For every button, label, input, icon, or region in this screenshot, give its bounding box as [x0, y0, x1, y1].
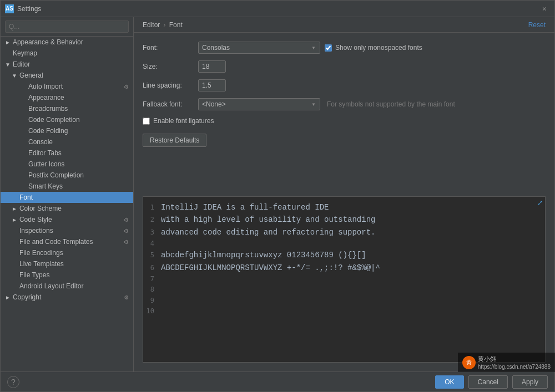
code-line: 4 [143, 238, 545, 249]
font-select[interactable]: ConsolasCourier NewMenloMonacoDejaVu San… [198, 42, 320, 54]
sidebar-item-appearance-behavior[interactable]: ►Appearance & Behavior [1, 37, 133, 48]
sidebar-item-label: Copyright [13, 293, 41, 301]
content-area: Editor › Font Reset Font: ConsolasCourie… [134, 17, 554, 371]
badge-icon: ⚙ [124, 84, 129, 90]
badge-icon: ⚙ [124, 217, 129, 223]
sidebar-item-label: Keymap [13, 49, 37, 57]
ok-button[interactable]: OK [435, 375, 463, 389]
sidebar-item-console[interactable]: Console [1, 136, 133, 147]
sidebar-item-code-style[interactable]: ►Code Style⚙ [1, 214, 133, 225]
sidebar-item-file-and-code-templates[interactable]: File and Code Templates⚙ [1, 236, 133, 247]
fallback-select[interactable]: <None> [198, 98, 320, 110]
line-number: 7 [143, 274, 161, 284]
line-number: 1 [143, 202, 161, 213]
sidebar-item-label: General [19, 72, 43, 79]
line-number: 5 [143, 250, 161, 261]
breadcrumb-separator: › [163, 21, 165, 29]
line-content: abcdefghijklmnopqrstuvwxyz 0123456789 ()… [161, 249, 366, 261]
sidebar-item-general[interactable]: ▼General [1, 70, 133, 81]
sidebar-item-copyright[interactable]: ►Copyright⚙ [1, 292, 133, 303]
line-content: advanced code editing and refactoring su… [161, 226, 375, 238]
sidebar: ►Appearance & BehaviorKeymap▼Editor▼Gene… [1, 17, 134, 371]
apply-button[interactable]: Apply [512, 375, 548, 389]
size-label: Size: [143, 63, 198, 70]
watermark-icon: 黄 [462, 356, 476, 369]
sidebar-item-label: Code Folding [28, 127, 68, 135]
sidebar-item-color-scheme[interactable]: ►Color Scheme [1, 203, 133, 214]
line-number: 3 [143, 227, 161, 238]
code-line: 1IntelliJ IDEA is a full-featured IDE [143, 201, 545, 213]
font-label: Font: [143, 44, 198, 52]
breadcrumb-current: Font [169, 21, 183, 29]
restore-defaults-button[interactable]: Restore Defaults [143, 134, 206, 147]
sidebar-item-code-completion[interactable]: Code Completion [1, 114, 133, 125]
tree-arrow: ▼ [12, 73, 17, 79]
reset-link[interactable]: Reset [528, 21, 546, 29]
sidebar-item-file-types[interactable]: File Types [1, 269, 133, 281]
line-number: 10 [143, 306, 161, 317]
line-content: with a high level of usability and outst… [161, 213, 375, 226]
line-spacing-label: Line spacing: [143, 82, 198, 89]
sidebar-item-label: File and Code Templates [19, 238, 93, 246]
sidebar-item-inspections[interactable]: Inspections⚙ [1, 225, 133, 236]
font-dropdown-wrapper: ConsolasCourier NewMenloMonacoDejaVu San… [198, 42, 320, 54]
fallback-hint: For symbols not supported by the main fo… [327, 100, 455, 108]
breadcrumb-bar: Editor › Font Reset [134, 17, 554, 33]
sidebar-item-appearance[interactable]: Appearance [1, 92, 133, 103]
code-line: 6ABCDEFGHIJKLMNOPQRSTUVWXYZ +-*/= .,;:!?… [143, 262, 545, 274]
sidebar-item-editor[interactable]: ▼Editor [1, 59, 133, 70]
sidebar-item-live-templates[interactable]: Live Templates [1, 258, 133, 269]
ligatures-row: Enable font ligatures [143, 117, 546, 125]
tree-arrow: ► [12, 206, 17, 212]
sidebar-item-code-folding[interactable]: Code Folding [1, 125, 133, 136]
fallback-label: Fallback font: [143, 100, 198, 108]
fallback-dropdown-wrapper: <None> [198, 98, 320, 110]
settings-panel: Font: ConsolasCourier NewMenloMonacoDeja… [134, 33, 554, 196]
ligatures-checkbox[interactable] [143, 118, 150, 125]
code-line: 2with a high level of usability and outs… [143, 213, 545, 226]
sidebar-item-label: Android Layout Editor [19, 282, 83, 290]
code-preview: 1IntelliJ IDEA is a full-featured IDE2wi… [143, 197, 545, 321]
sidebar-item-breadcrumbs[interactable]: Breadcrumbs [1, 103, 133, 114]
sidebar-item-gutter-icons[interactable]: Gutter Icons [1, 159, 133, 170]
sidebar-item-postfix-completion[interactable]: Postfix Completion [1, 170, 133, 181]
code-line: 3advanced code editing and refactoring s… [143, 226, 545, 238]
line-number: 6 [143, 263, 161, 273]
badge-icon: ⚙ [124, 228, 129, 234]
sidebar-item-label: Live Templates [19, 260, 64, 268]
sidebar-item-smart-keys[interactable]: Smart Keys [1, 181, 133, 192]
sidebar-item-label: Appearance [28, 94, 64, 101]
expand-icon[interactable]: ⤢ [537, 199, 543, 207]
code-line: 5abcdefghijklmnopqrstuvwxyz 0123456789 (… [143, 249, 545, 261]
sidebar-item-label: File Types [19, 271, 49, 279]
sidebar-item-font[interactable]: Font [1, 192, 133, 203]
monospaced-checkbox[interactable] [325, 44, 332, 52]
search-input[interactable] [5, 21, 129, 33]
cancel-button[interactable]: Cancel [468, 375, 508, 389]
close-button[interactable]: × [539, 3, 550, 14]
help-button[interactable]: ? [7, 376, 19, 388]
sidebar-item-label: Color Scheme [19, 205, 62, 212]
sidebar-item-label: Postfix Completion [28, 171, 84, 179]
line-number: 8 [143, 284, 161, 295]
code-line: 8 [143, 284, 545, 295]
line-spacing-row: Line spacing: [143, 79, 546, 91]
window-title: Settings [17, 5, 539, 13]
sidebar-item-auto-import[interactable]: Auto Import⚙ [1, 81, 133, 92]
sidebar-item-keymap[interactable]: Keymap [1, 48, 133, 59]
tree-arrow: ► [12, 217, 17, 223]
line-spacing-input[interactable] [198, 79, 226, 91]
settings-window: AS Settings × ►Appearance & BehaviorKeym… [0, 0, 555, 392]
fallback-row: Fallback font: <None> For symbols not su… [143, 98, 546, 110]
sidebar-item-file-encodings[interactable]: File Encodings [1, 247, 133, 258]
badge-icon: ⚙ [124, 239, 129, 245]
sidebar-item-editor-tabs[interactable]: Editor Tabs [1, 147, 133, 159]
bottom-bar: ? OK Cancel Apply [1, 371, 554, 391]
sidebar-item-label: Console [28, 138, 53, 146]
preview-area: ⤢ 1IntelliJ IDEA is a full-featured IDE2… [143, 196, 546, 363]
sidebar-item-android-layout-editor[interactable]: Android Layout Editor [1, 281, 133, 292]
size-input[interactable] [198, 60, 226, 73]
badge-icon: ⚙ [124, 294, 129, 301]
search-box [1, 17, 133, 37]
title-bar: AS Settings × [1, 1, 554, 17]
